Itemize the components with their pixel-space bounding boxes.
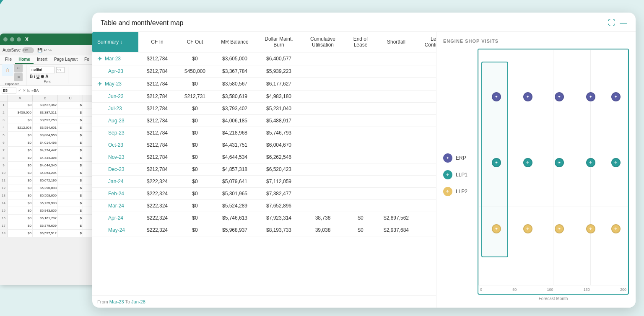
excel-cell-c[interactable]: $ bbox=[58, 139, 83, 146]
excel-cell-c[interactable]: $ bbox=[58, 199, 83, 207]
cut-icon[interactable]: ✂ bbox=[14, 64, 23, 73]
th-cumulative-utilisation[interactable]: CumulativeUtilisation bbox=[302, 32, 344, 52]
th-dollar-maint-burn[interactable]: Dollar Maint.Burn bbox=[256, 32, 302, 52]
th-cf-out[interactable]: CF Out bbox=[176, 32, 214, 52]
table-row[interactable]: Oct-23 $212,784 $0 $4,431,751 $6,004,670 bbox=[92, 139, 436, 151]
excel-cell-c[interactable]: $ bbox=[58, 147, 83, 154]
excel-cell-b[interactable]: $3,597,259 bbox=[33, 117, 58, 124]
table-scroll-wrapper[interactable]: Summary ↓ CF In CF Out MR Balance Dollar… bbox=[92, 32, 436, 295]
excel-cell-b[interactable]: $3,594,601 bbox=[33, 124, 58, 131]
underline-btn[interactable]: U bbox=[36, 74, 39, 79]
excel-cell-c[interactable]: $ bbox=[58, 207, 83, 214]
excel-cell-b[interactable]: $4,014,498 bbox=[33, 139, 58, 146]
expand-button[interactable]: ⛶ bbox=[608, 18, 615, 27]
excel-cell-c[interactable]: $ bbox=[58, 230, 83, 237]
excel-cell-a[interactable]: $0 bbox=[8, 215, 33, 222]
excel-cell-a[interactable]: $212,608 bbox=[8, 124, 33, 131]
excel-cell-b[interactable]: $5,072,196 bbox=[33, 177, 58, 184]
autosave-toggle[interactable]: Off bbox=[22, 47, 34, 53]
excel-cell-c[interactable]: $ bbox=[58, 154, 83, 161]
table-row[interactable]: Jun-23 $212,784 $212,731 $3,580,619 $4,9… bbox=[92, 91, 436, 103]
table-row[interactable]: ✈ May-23 $212,784 $0 $3,580,567 $6,177,6… bbox=[92, 78, 436, 91]
excel-cell-a[interactable]: $0 bbox=[8, 132, 33, 139]
excel-cell-c[interactable]: $ bbox=[58, 169, 83, 176]
excel-cell-c[interactable]: $ bbox=[58, 177, 83, 184]
tab-home[interactable]: Home bbox=[15, 55, 34, 64]
excel-cell-b[interactable]: $5,943,805 bbox=[33, 207, 58, 214]
excel-cell-a[interactable]: $0 bbox=[8, 230, 33, 237]
excel-cell-c[interactable]: $ bbox=[58, 162, 83, 169]
copy-icon[interactable]: ⧉ bbox=[14, 73, 23, 81]
excel-cell-b[interactable]: $3,387,311 bbox=[33, 109, 58, 116]
excel-cell-b[interactable]: $6,379,609 bbox=[33, 222, 58, 229]
excel-cell-b[interactable]: $4,854,294 bbox=[33, 169, 58, 176]
excel-cell-b[interactable]: $5,508,000 bbox=[33, 192, 58, 199]
collapse-button[interactable]: — bbox=[620, 18, 627, 27]
tab-file[interactable]: File bbox=[2, 55, 15, 64]
bold-btn[interactable]: B bbox=[30, 74, 33, 79]
table-row[interactable]: ✈ Mar-23 $212,784 $0 $3,605,000 $6,400,5… bbox=[92, 52, 436, 65]
tab-fo[interactable]: Fo bbox=[81, 55, 93, 64]
excel-cell-a[interactable]: $0 bbox=[8, 177, 33, 184]
table-row[interactable]: Apr-24 $222,324 $0 $5,746,613 $7,923,314… bbox=[92, 212, 436, 224]
font-size-input[interactable] bbox=[56, 67, 65, 73]
th-mr-balance[interactable]: MR Balance bbox=[214, 32, 256, 52]
border-btn[interactable]: ⊞ bbox=[41, 74, 44, 79]
fill-btn[interactable]: A bbox=[45, 74, 48, 79]
tab-page-layout[interactable]: Page Layout bbox=[51, 55, 81, 64]
excel-cell-a[interactable]: $0 bbox=[8, 207, 33, 214]
excel-cell-c[interactable]: $ bbox=[58, 215, 83, 222]
table-row[interactable]: Aug-23 $212,784 $0 $4,006,185 $5,488,917 bbox=[92, 115, 436, 127]
excel-cell-c[interactable]: $ bbox=[58, 124, 83, 131]
table-row[interactable]: Jan-24 $222,324 $0 $5,079,641 $7,112,059 bbox=[92, 176, 436, 188]
cell-reference-input[interactable] bbox=[2, 88, 16, 93]
th-summary[interactable]: Summary ↓ bbox=[92, 32, 138, 52]
table-row[interactable]: May-24 $222,324 $0 $5,968,937 $8,193,733… bbox=[92, 224, 436, 236]
font-family-input[interactable] bbox=[30, 67, 55, 73]
excel-cell-a[interactable]: $0 bbox=[8, 192, 33, 199]
excel-cell-b[interactable]: $5,725,903 bbox=[33, 199, 58, 207]
excel-cell-b[interactable]: $3,804,550 bbox=[33, 132, 58, 139]
legend-llp1: ✈ LLP1 bbox=[443, 170, 473, 179]
th-lessor-contribution[interactable]: LessorContribution bbox=[415, 32, 436, 52]
date-value: Feb-24 bbox=[108, 191, 124, 197]
excel-cell-a[interactable]: $0 bbox=[8, 162, 33, 169]
excel-cell-b[interactable]: $3,627,362 bbox=[33, 101, 58, 109]
excel-cell-c[interactable]: $ bbox=[58, 109, 83, 116]
table-row[interactable]: Mar-24 $222,324 $0 $5,524,289 $7,652,896 bbox=[92, 200, 436, 212]
table-row[interactable]: Jul-23 $212,784 $0 $3,793,402 $5,231,040 bbox=[92, 103, 436, 115]
excel-cell-c[interactable]: $ bbox=[58, 192, 83, 199]
excel-cell-c[interactable]: $ bbox=[58, 101, 83, 109]
excel-cell-c[interactable]: $ bbox=[58, 117, 83, 124]
excel-cell-c[interactable]: $ bbox=[58, 132, 83, 139]
excel-cell-a[interactable]: $0 bbox=[8, 199, 33, 207]
table-row[interactable]: Sep-23 $212,784 $0 $4,218,968 $5,746,793 bbox=[92, 127, 436, 139]
excel-cell-b[interactable]: $4,434,396 bbox=[33, 154, 58, 161]
excel-cell-b[interactable]: $5,290,098 bbox=[33, 184, 58, 192]
excel-cell-b[interactable]: $6,161,707 bbox=[33, 215, 58, 222]
th-shortfall[interactable]: Shortfall bbox=[377, 32, 415, 52]
excel-cell-c[interactable]: $ bbox=[58, 222, 83, 229]
excel-cell-b[interactable]: $6,597,512 bbox=[33, 230, 58, 237]
table-row[interactable]: Nov-23 $212,784 $0 $4,644,534 $6,262,546 bbox=[92, 151, 436, 163]
th-cf-in[interactable]: CF In bbox=[138, 32, 176, 52]
italic-btn[interactable]: I bbox=[34, 74, 35, 79]
th-end-of-lease[interactable]: End ofLease bbox=[344, 32, 377, 52]
paste-icon[interactable]: 📋 bbox=[2, 64, 13, 76]
table-row[interactable]: Feb-24 $222,324 $0 $5,301,965 $7,382,477 bbox=[92, 188, 436, 200]
excel-cell-b[interactable]: $4,224,447 bbox=[33, 147, 58, 154]
table-row[interactable]: Dec-23 $212,784 $0 $4,857,318 $6,520,423 bbox=[92, 163, 436, 176]
excel-cell-b[interactable]: $4,644,345 bbox=[33, 162, 58, 169]
tab-insert[interactable]: Insert bbox=[34, 55, 51, 64]
excel-cell-c[interactable]: $ bbox=[58, 184, 83, 192]
excel-cell-a[interactable]: $0 bbox=[8, 222, 33, 229]
excel-cell-a[interactable]: $0 bbox=[8, 117, 33, 124]
excel-cell-a[interactable]: $0 bbox=[8, 169, 33, 176]
excel-cell-a[interactable]: $0 bbox=[8, 139, 33, 146]
excel-cell-a[interactable]: $0 bbox=[8, 147, 33, 154]
table-row[interactable]: Apr-23 $212,784 $450,000 $3,367,784 $5,9… bbox=[92, 65, 436, 78]
excel-cell-a[interactable]: $450,000 bbox=[8, 109, 33, 116]
excel-cell-a[interactable]: $0 bbox=[8, 101, 33, 109]
excel-cell-a[interactable]: $0 bbox=[8, 154, 33, 161]
excel-cell-a[interactable]: $0 bbox=[8, 184, 33, 192]
